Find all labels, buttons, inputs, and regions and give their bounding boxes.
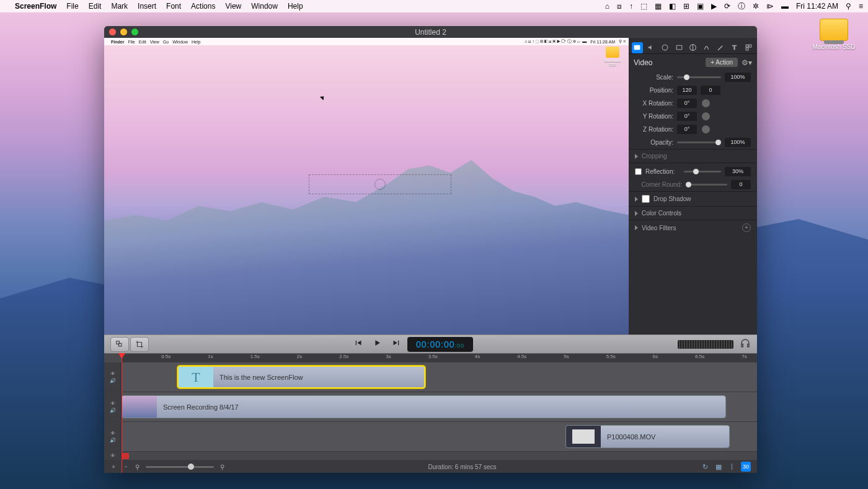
next-button[interactable] bbox=[392, 338, 401, 350]
opacity-value[interactable]: 100% bbox=[725, 138, 751, 147]
add-action-button[interactable]: + Action bbox=[706, 58, 738, 67]
zrot-value[interactable]: 0° bbox=[677, 125, 697, 134]
yrot-value[interactable]: 0° bbox=[677, 112, 697, 121]
menu-actions[interactable]: Actions bbox=[191, 2, 215, 11]
menubar-extra-icon[interactable]: ⌂ bbox=[605, 2, 609, 11]
clip-screen-recording[interactable]: Screen Recording 8/4/17 bbox=[122, 395, 726, 418]
xrot-value[interactable]: 0° bbox=[677, 99, 697, 108]
section-video-filters[interactable]: Video Filters + bbox=[629, 220, 757, 235]
tab-screen-recording[interactable] bbox=[660, 42, 671, 53]
speaker-icon[interactable]: 🔊 bbox=[110, 378, 116, 384]
section-drop-shadow[interactable]: Drop Shadow bbox=[629, 191, 757, 206]
speaker-icon[interactable]: 🔊 bbox=[110, 437, 116, 443]
scale-value[interactable]: 100% bbox=[725, 73, 751, 82]
menubar-extra-icon[interactable]: ▶ bbox=[711, 2, 717, 11]
snap-icon[interactable]: ⦚ bbox=[727, 462, 737, 472]
timeline-zoom-slider[interactable] bbox=[146, 466, 214, 468]
wifi-icon[interactable]: ⧐ bbox=[766, 2, 774, 11]
position-y[interactable]: 0 bbox=[701, 86, 720, 95]
tab-annotations-pen[interactable] bbox=[715, 42, 726, 53]
desktop-disk[interactable]: Macintosh SSD bbox=[812, 19, 856, 50]
position-x[interactable]: 120 bbox=[677, 86, 697, 95]
battery-icon[interactable]: ▬ bbox=[781, 2, 789, 11]
track-header[interactable]: 👁🔊 bbox=[104, 362, 122, 392]
menubar-extra-icon[interactable]: ⊞ bbox=[683, 2, 689, 11]
opacity-slider[interactable] bbox=[677, 141, 721, 143]
transport-controls bbox=[353, 338, 401, 350]
menubar-extra-icon[interactable]: ▣ bbox=[697, 2, 704, 11]
menu-view[interactable]: View bbox=[225, 2, 241, 11]
menu-file[interactable]: File bbox=[66, 2, 78, 11]
menubar-extra-icon[interactable]: ◧ bbox=[669, 2, 676, 11]
eye-icon[interactable]: 👁 bbox=[110, 371, 115, 377]
menu-mark[interactable]: Mark bbox=[111, 2, 128, 11]
tab-media-library[interactable] bbox=[743, 42, 754, 53]
tab-audio[interactable] bbox=[645, 42, 657, 53]
section-color-controls[interactable]: Color Controls bbox=[629, 206, 757, 220]
timeline-ruler[interactable]: 0.5s 1s 1.5s 2s 2.5s 3s 3.5s 4s 4.5s 5s … bbox=[122, 354, 757, 362]
preview-canvas[interactable]: Finder File Edit View Go Window Help ⌂ ⧈… bbox=[104, 38, 629, 334]
track-header[interactable]: 👁 bbox=[104, 452, 122, 460]
play-button[interactable] bbox=[373, 338, 382, 350]
menubar-extra-icon[interactable]: ⟳ bbox=[724, 2, 730, 11]
menu-window[interactable]: Window bbox=[251, 2, 278, 11]
dropbox-icon[interactable]: ⧈ bbox=[617, 2, 622, 11]
track-header[interactable]: 👁🔊 bbox=[104, 392, 122, 421]
picture-icon[interactable]: ▦ bbox=[714, 462, 724, 472]
clip-text[interactable]: T This is the new ScreenFlow bbox=[177, 366, 425, 388]
app-menu[interactable]: ScreenFlow bbox=[15, 2, 56, 11]
prev-button[interactable] bbox=[353, 338, 363, 350]
headphones-icon[interactable] bbox=[740, 338, 751, 351]
playhead-line[interactable] bbox=[122, 354, 122, 473]
yrot-dial[interactable] bbox=[702, 112, 710, 120]
corner-slider[interactable] bbox=[686, 184, 727, 186]
clip-video[interactable]: P1000408.MOV bbox=[565, 425, 730, 448]
section-cropping[interactable]: Cropping bbox=[629, 149, 757, 163]
corner-value[interactable]: 0 bbox=[731, 180, 751, 189]
tab-callout[interactable] bbox=[673, 42, 684, 53]
menubar-extra-icon[interactable]: ⓘ bbox=[738, 1, 745, 12]
eye-icon[interactable]: 👁 bbox=[110, 431, 115, 436]
tab-video[interactable] bbox=[632, 42, 643, 53]
add-filter-button[interactable]: + bbox=[742, 223, 751, 232]
crop-button[interactable] bbox=[130, 337, 149, 352]
add-track-button[interactable]: ＋ bbox=[110, 462, 117, 471]
reflection-slider[interactable] bbox=[684, 171, 721, 173]
menu-edit[interactable]: Edit bbox=[89, 2, 102, 11]
menubar-extra-icon[interactable]: ▦ bbox=[655, 2, 662, 11]
menubar-extra-icon[interactable]: ⬚ bbox=[640, 2, 647, 11]
tab-annotations[interactable] bbox=[701, 42, 712, 53]
spotlight-icon[interactable]: ⚲ bbox=[846, 2, 851, 11]
timecode-display[interactable]: 00:00:00:00 bbox=[407, 337, 473, 352]
tab-touch-callout[interactable] bbox=[687, 42, 698, 53]
reflection-checkbox[interactable] bbox=[635, 168, 642, 175]
speaker-icon[interactable]: 🔊 bbox=[110, 408, 116, 413]
clip-layers-button[interactable] bbox=[110, 337, 129, 352]
text-clip-selection[interactable] bbox=[309, 174, 451, 194]
loop-icon[interactable]: ↻ bbox=[700, 462, 710, 472]
shadow-checkbox[interactable] bbox=[642, 195, 650, 203]
rotate-handle-icon[interactable] bbox=[374, 179, 386, 190]
menu-help[interactable]: Help bbox=[288, 2, 303, 11]
tab-text[interactable] bbox=[729, 42, 740, 53]
menu-insert[interactable]: Insert bbox=[138, 2, 156, 11]
menu-font[interactable]: Font bbox=[166, 2, 181, 11]
reflection-value[interactable]: 30% bbox=[725, 167, 751, 176]
zoom-in-icon[interactable]: ⚲ bbox=[220, 464, 224, 470]
remove-track-button[interactable]: － bbox=[123, 462, 129, 471]
track-header[interactable]: 👁🔊 bbox=[104, 422, 122, 451]
scale-slider[interactable] bbox=[677, 76, 721, 78]
xrot-dial[interactable] bbox=[702, 99, 710, 107]
fps-badge[interactable]: 30 bbox=[741, 462, 751, 472]
menubar-extra-icon[interactable]: ↑ bbox=[629, 2, 633, 11]
zrot-dial[interactable] bbox=[702, 125, 710, 133]
marker-icon[interactable] bbox=[122, 453, 129, 459]
zoom-out-icon[interactable]: ⚲ bbox=[135, 464, 140, 470]
menubar-extra-icon[interactable]: ✲ bbox=[753, 2, 759, 11]
menubar-clock[interactable]: Fri 11:42 AM bbox=[796, 2, 838, 11]
svg-rect-2 bbox=[676, 46, 682, 50]
notifications-icon[interactable]: ≡ bbox=[859, 2, 863, 11]
eye-icon[interactable]: 👁 bbox=[110, 401, 115, 406]
window-titlebar[interactable]: Untitled 2 bbox=[104, 26, 757, 38]
inspector-gear-icon[interactable]: ⚙︎▾ bbox=[742, 58, 752, 67]
